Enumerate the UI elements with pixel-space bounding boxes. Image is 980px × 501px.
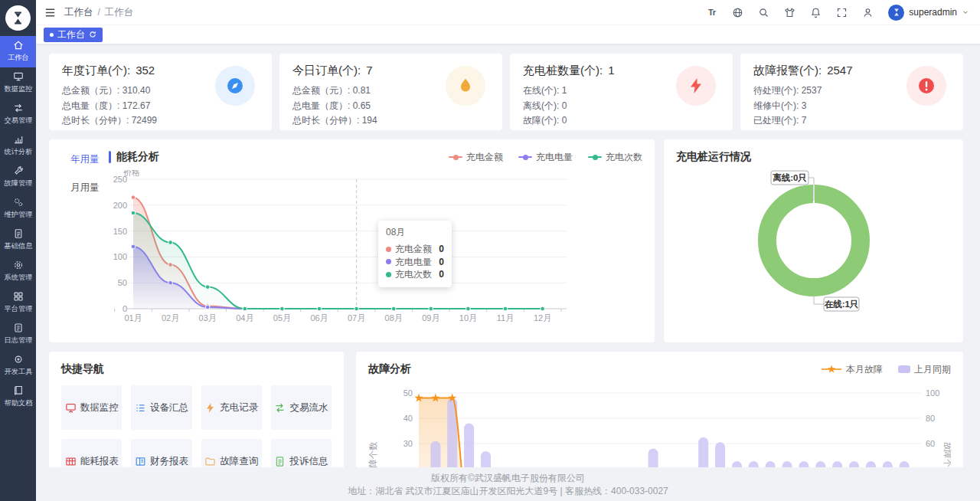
monitor-icon	[13, 71, 24, 82]
svg-text:10月: 10月	[459, 313, 477, 323]
page-footer: 版权所有©武汉盛帆电子股份有限公司 地址：湖北省 武汉市江夏区庙山开发区阳光大道…	[36, 467, 980, 501]
svg-text:03月: 03月	[199, 313, 217, 323]
svg-text:50: 50	[403, 388, 413, 398]
chart-tooltip: 08月充电金额0充电电量0充电次数0	[378, 221, 452, 287]
legend-marker	[449, 156, 462, 158]
energy-legend: 充电金额充电电量充电次数	[449, 151, 642, 164]
tooltip-row: 充电金额0	[386, 243, 444, 256]
refresh-icon[interactable]	[89, 31, 96, 38]
legend-item[interactable]: 充电次数	[588, 151, 642, 164]
search-icon[interactable]	[758, 7, 769, 18]
pile-status-card: 充电桩运行情况 离线:0只在线:1只	[664, 139, 963, 342]
top-header: 工作台 / 工作台 Tr superadmin	[36, 0, 980, 25]
stat-line: 故障(个): 0	[523, 113, 719, 129]
charts-row: 年用量月用量 能耗分析 充电金额充电电量充电次数 250200150100500…	[49, 139, 963, 342]
ledger-icon	[135, 456, 146, 467]
theme-icon[interactable]	[784, 7, 795, 18]
quicknav-data-monitor[interactable]: 数据监控	[61, 385, 122, 430]
title-accent-bar	[109, 151, 111, 163]
legend-marker	[588, 156, 602, 158]
menu-collapse-icon[interactable]	[44, 6, 57, 19]
breadcrumb-separator: /	[98, 7, 100, 18]
globe-icon[interactable]	[732, 7, 743, 18]
grid-icon	[13, 291, 24, 302]
fullscreen-icon[interactable]	[836, 7, 848, 18]
user-menu[interactable]: superadmin	[888, 5, 969, 21]
sidebar-item-workbench[interactable]: 工作台	[0, 36, 36, 67]
avatar	[888, 5, 904, 21]
quicknav-label: 设备汇总	[150, 401, 188, 414]
pile-donut-chart[interactable]: 离线:0只在线:1只	[676, 167, 951, 329]
sidebar-item-help-docs[interactable]: 帮助文档	[0, 381, 36, 413]
svg-text:40: 40	[403, 414, 413, 423]
tab-label: 工作台	[57, 28, 85, 41]
sidebar-item-label: 基础信息	[4, 241, 32, 251]
font-size-icon[interactable]: Tr	[706, 7, 717, 18]
sidebar-nav: 工作台数据监控交易管理统计分析故障管理维护管理基础信息系统管理平台管理日志管理开…	[0, 36, 36, 413]
quicknav-label: 投诉信息	[289, 455, 328, 468]
stat-value: 352	[136, 64, 155, 77]
energy-line-chart[interactable]: 250200150100500价格01月02月03月04月05月06月07月08…	[109, 170, 642, 332]
svg-text:01月: 01月	[124, 313, 142, 323]
sidebar-item-platform[interactable]: 平台管理	[0, 287, 36, 319]
legend-item[interactable]: 本月故障	[821, 363, 883, 376]
sidebar-item-dev-tools[interactable]: 开发工具	[0, 350, 36, 381]
svg-text:200: 200	[113, 201, 127, 210]
tab-workbench[interactable]: 工作台	[44, 28, 103, 42]
svg-text:08月: 08月	[385, 313, 403, 323]
svg-text:05月: 05月	[273, 313, 291, 323]
wrench-icon	[13, 165, 24, 176]
tab-active-dot	[50, 33, 54, 37]
sidebar-item-base-info[interactable]: 基础信息	[0, 224, 36, 256]
sidebar-item-logs[interactable]: 日志管理	[0, 319, 36, 350]
sidebar-item-label: 工作台	[8, 53, 29, 63]
home-icon	[13, 40, 24, 51]
sidebar-item-label: 开发工具	[4, 367, 32, 377]
quicknav-transaction-flow[interactable]: 交易流水	[271, 385, 332, 430]
quicknav-label: 故障查询	[220, 455, 258, 468]
stat-card-pile-count: 充电桩数量(个):1在线(个): 1离线(个): 0故障(个): 0	[510, 54, 733, 130]
stat-line: 总时长（分钟）: 72499	[62, 113, 258, 129]
energy-tab-1[interactable]: 月用量	[61, 182, 109, 195]
table-icon	[65, 456, 77, 467]
bell-icon[interactable]	[810, 7, 822, 18]
energy-analysis-card: 年用量月用量 能耗分析 充电金额充电电量充电次数 250200150100500…	[49, 139, 655, 342]
legend-item[interactable]: 上月同期	[898, 363, 951, 376]
energy-tab-0[interactable]: 年用量	[61, 153, 109, 166]
svg-text:04月: 04月	[236, 313, 253, 323]
stat-card-annual-orders: 年度订单(个):352总金额（元）: 310.40总电量（度）: 172.67总…	[49, 54, 272, 130]
sidebar: 工作台数据监控交易管理统计分析故障管理维护管理基础信息系统管理平台管理日志管理开…	[0, 0, 36, 501]
tab-bar: 工作台	[36, 25, 980, 44]
tooltip-title: 08月	[386, 226, 444, 239]
svg-text:100: 100	[113, 252, 127, 261]
sidebar-item-label: 平台管理	[4, 304, 32, 314]
quicknav-label: 交易流水	[289, 401, 328, 414]
svg-text:60: 60	[926, 439, 935, 448]
stat-value: 7	[366, 64, 372, 77]
sidebar-item-system[interactable]: 系统管理	[0, 256, 36, 287]
sidebar-item-data-monitor[interactable]: 数据监控	[0, 67, 36, 99]
stat-line: 总时长（分钟）: 194	[292, 113, 488, 129]
legend-item[interactable]: 充电金额	[449, 151, 503, 164]
sidebar-item-trade-management[interactable]: 交易管理	[0, 99, 36, 130]
legend-item[interactable]: 充电电量	[518, 151, 573, 164]
quicknav-charge-records[interactable]: 充电记录	[201, 385, 262, 430]
sidebar-item-statistics[interactable]: 统计分析	[0, 130, 36, 162]
user-icon[interactable]	[862, 7, 874, 18]
sidebar-item-label: 系统管理	[4, 273, 32, 283]
quicknav-label: 充电记录	[220, 401, 258, 414]
copyright-line: 版权所有©武汉盛帆电子股份有限公司	[36, 472, 980, 485]
breadcrumb-item-1[interactable]: 工作台	[64, 6, 93, 19]
alert-icon	[906, 66, 946, 106]
legend-marker	[821, 365, 842, 374]
sidebar-item-label: 日志管理	[4, 336, 32, 345]
stat-value: 1	[608, 64, 614, 77]
sidebar-item-fault-management[interactable]: 故障管理	[0, 162, 36, 193]
quicknav-device-summary[interactable]: 设备汇总	[131, 385, 191, 430]
stats-row: 年度订单(个):352总金额（元）: 310.40总电量（度）: 172.67总…	[49, 54, 963, 130]
tools-icon	[13, 354, 24, 365]
bolt-icon	[676, 66, 716, 106]
sidebar-item-label: 统计分析	[4, 147, 32, 157]
app-logo[interactable]	[0, 0, 36, 36]
sidebar-item-maintenance[interactable]: 维护管理	[0, 193, 36, 224]
